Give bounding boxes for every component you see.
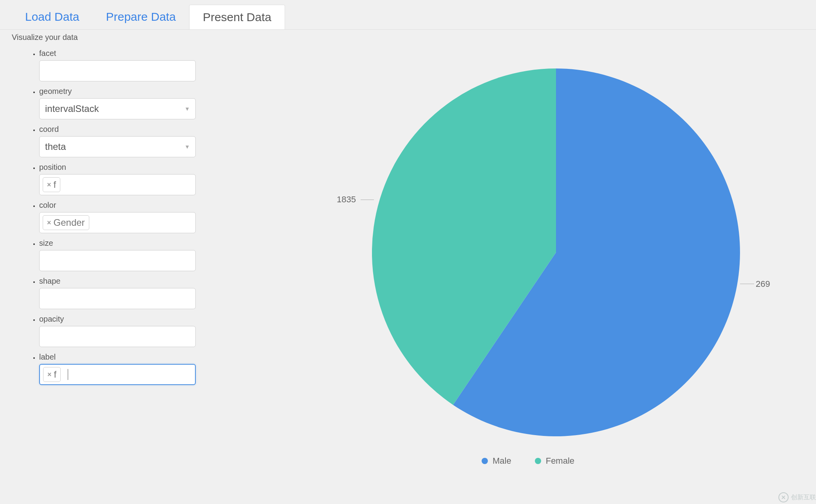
chevron-down-icon: ▼ bbox=[184, 106, 190, 112]
close-icon[interactable]: × bbox=[47, 181, 51, 189]
input-color[interactable]: × Gender bbox=[39, 212, 196, 233]
label-size: size bbox=[39, 239, 223, 248]
label-position: position bbox=[39, 163, 223, 172]
legend-label-female: Female bbox=[546, 456, 574, 466]
tag-label: Gender bbox=[54, 217, 85, 228]
tag-label: f bbox=[54, 179, 56, 190]
label-label: label bbox=[39, 353, 223, 362]
watermark-icon: ✕ bbox=[778, 492, 789, 502]
tabs-bar: Load Data Prepare Data Present Data bbox=[0, 0, 816, 30]
section-subheading: Visualize your data bbox=[0, 30, 816, 45]
input-shape[interactable] bbox=[39, 288, 196, 309]
label-color: color bbox=[39, 201, 223, 210]
close-icon[interactable]: × bbox=[47, 371, 52, 379]
pie-label-female: 1835 bbox=[337, 194, 356, 205]
tag-label-f[interactable]: × f bbox=[43, 367, 61, 382]
watermark: ✕ 创新互联 bbox=[778, 492, 816, 502]
input-label[interactable]: × f bbox=[39, 364, 196, 385]
tag-color-gender[interactable]: × Gender bbox=[43, 215, 89, 230]
leader-line-male bbox=[740, 284, 754, 284]
close-icon[interactable]: × bbox=[47, 219, 51, 227]
chart-legend: Male Female bbox=[482, 456, 574, 466]
chart-area: 1835 269 Male Female bbox=[223, 49, 804, 472]
tab-load-data[interactable]: Load Data bbox=[12, 5, 92, 29]
tab-present-data[interactable]: Present Data bbox=[189, 5, 285, 29]
label-coord: coord bbox=[39, 125, 223, 134]
tag-label: f bbox=[54, 369, 57, 380]
input-position[interactable]: × f bbox=[39, 174, 196, 195]
select-coord-value: theta bbox=[45, 141, 66, 152]
label-facet: facet bbox=[39, 49, 223, 58]
select-geometry[interactable]: intervalStack ▼ bbox=[39, 98, 196, 119]
legend-item-male[interactable]: Male bbox=[482, 456, 511, 466]
input-facet[interactable] bbox=[39, 60, 196, 81]
leader-line-female bbox=[361, 200, 374, 200]
legend-label-male: Male bbox=[493, 456, 511, 466]
chevron-down-icon: ▼ bbox=[184, 144, 190, 150]
tag-position-f[interactable]: × f bbox=[43, 177, 60, 192]
tab-prepare-data[interactable]: Prepare Data bbox=[92, 5, 189, 29]
select-geometry-value: intervalStack bbox=[45, 103, 99, 114]
select-coord[interactable]: theta ▼ bbox=[39, 136, 196, 157]
pie-chart bbox=[372, 68, 740, 436]
chart-config-form: facet geometry intervalStack ▼ coord the… bbox=[12, 49, 223, 472]
input-opacity[interactable] bbox=[39, 326, 196, 347]
pie-label-male: 269 bbox=[756, 279, 770, 289]
input-size[interactable] bbox=[39, 250, 196, 271]
legend-item-female[interactable]: Female bbox=[535, 456, 574, 466]
text-cursor bbox=[68, 369, 68, 380]
label-geometry: geometry bbox=[39, 87, 223, 96]
legend-swatch-male bbox=[482, 458, 488, 464]
label-opacity: opacity bbox=[39, 315, 223, 324]
watermark-text: 创新互联 bbox=[791, 493, 816, 502]
legend-swatch-female bbox=[535, 458, 541, 464]
label-shape: shape bbox=[39, 277, 223, 286]
